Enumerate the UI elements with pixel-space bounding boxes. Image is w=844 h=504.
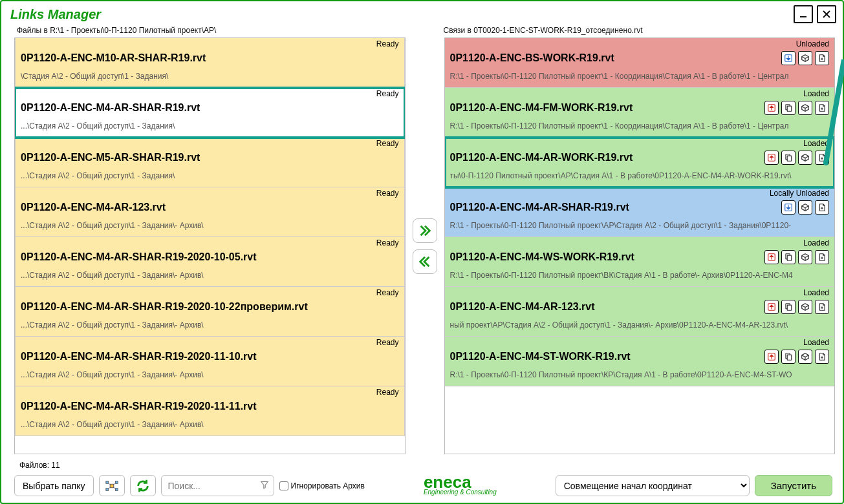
link-status: Loaded xyxy=(803,288,829,297)
file-status: Ready xyxy=(376,338,399,347)
file-row[interactable]: Ready0P1120-A-ENC-M4-AR-123.rvt...\Стади… xyxy=(15,187,405,237)
svg-rect-24 xyxy=(787,156,791,161)
copy-icon[interactable] xyxy=(781,250,795,264)
link-row[interactable]: Loaded0P1120-A-ENC-M4-AR-WORK-R19.rvtты\… xyxy=(445,138,835,187)
page-icon[interactable] xyxy=(815,51,829,65)
link-row[interactable]: Unloaded0P1120-A-ENC-BS-WORK-R19.rvtR:\1… xyxy=(445,38,835,88)
page-icon[interactable] xyxy=(815,250,829,264)
svg-line-6 xyxy=(802,57,805,59)
file-row[interactable]: Ready0P1120-A-ENC-M4-AR-SHAR-R19.rvt...\… xyxy=(15,88,405,138)
up-icon[interactable] xyxy=(764,151,779,165)
up-icon[interactable] xyxy=(764,101,779,115)
link-path: R:\1 - Проекты\0-П-1120 Пилотный проект\… xyxy=(450,221,830,230)
file-status: Ready xyxy=(376,238,399,247)
link-status: Unloaded xyxy=(796,39,829,48)
file-path: ...\Стадия А\2 - Общий доступ\1 - Задани… xyxy=(21,370,399,379)
svg-line-55 xyxy=(805,306,808,308)
file-row[interactable]: Ready0P1120-A-ENC-M4-AR-SHAR-R19-2020-11… xyxy=(15,386,405,436)
links-path-label: Связи в 0T0020-1-ENC-ST-WORK-R19_отсоеди… xyxy=(444,26,834,35)
down-icon[interactable] xyxy=(781,51,795,65)
ignore-archive-checkbox[interactable]: Игнорировать Архив xyxy=(279,481,365,490)
file-name: 0P1120-A-ENC-M4-AR-SHAR-R19-2020-11-11.r… xyxy=(21,401,399,412)
svg-line-34 xyxy=(802,206,805,208)
file-status: Ready xyxy=(376,39,399,48)
svg-line-65 xyxy=(805,355,808,357)
file-name: 0P1120-A-ENC-M4-AR-SHAR-R19.rvt xyxy=(21,102,399,114)
structure-icon-button[interactable] xyxy=(99,475,125,496)
svg-rect-42 xyxy=(787,255,791,260)
cube-icon[interactable] xyxy=(798,350,812,364)
link-status: Locally Unloaded xyxy=(770,189,829,198)
svg-line-35 xyxy=(805,206,808,208)
svg-rect-70 xyxy=(105,481,108,483)
page-icon[interactable] xyxy=(815,151,829,165)
page-icon[interactable] xyxy=(815,101,829,115)
search-input[interactable] xyxy=(161,475,274,496)
choose-folder-button[interactable]: Выбрать папку xyxy=(14,475,94,496)
svg-rect-69 xyxy=(110,484,114,488)
copy-icon[interactable] xyxy=(781,101,795,115)
file-status: Ready xyxy=(376,139,399,148)
cube-icon[interactable] xyxy=(798,200,812,215)
up-icon[interactable] xyxy=(764,300,779,314)
svg-line-54 xyxy=(802,306,805,308)
close-button[interactable] xyxy=(817,5,836,23)
cube-icon[interactable] xyxy=(798,151,812,165)
link-row[interactable]: Loaded0P1120-A-ENC-M4-ST-WORK-R19.rvtR:\… xyxy=(445,337,835,386)
file-path: ...\Стадия А\2 - Общий доступ\1 - Задани… xyxy=(21,171,399,180)
link-status: Loaded xyxy=(803,238,829,247)
copy-icon[interactable] xyxy=(781,350,795,364)
file-path: ...\Стадия А\2 - Общий доступ\1 - Задани… xyxy=(21,420,399,429)
file-row[interactable]: Ready0P1120-A-ENC-M4-AR-SHAR-R19-2020-10… xyxy=(15,237,405,287)
down-icon[interactable] xyxy=(781,200,795,215)
link-row[interactable]: Loaded0P1120-A-ENC-M4-FM-WORK-R19.rvtR:\… xyxy=(445,88,835,138)
cube-icon[interactable] xyxy=(798,300,812,314)
positioning-select[interactable]: Совмещение начал координат xyxy=(556,475,750,496)
up-icon[interactable] xyxy=(764,350,779,364)
link-row[interactable]: Loaded0P1120-A-ENC-M4-AR-123.rvtный прое… xyxy=(445,287,835,337)
file-row[interactable]: Ready0P1120-A-ENC-M4-AR-SHAR-R19-2020-11… xyxy=(15,337,405,386)
svg-line-64 xyxy=(802,355,805,357)
file-row[interactable]: Ready0P1120-A-ENC-M10-AR-SHAR-R19.rvt\Ст… xyxy=(15,38,405,88)
link-path: R:\1 - Проекты\0-П-1120 Пилотный проект\… xyxy=(450,72,830,81)
cube-icon[interactable] xyxy=(798,51,812,65)
cube-icon[interactable] xyxy=(798,250,812,264)
file-count-label: Файлов: 11 xyxy=(1,459,843,472)
page-icon[interactable] xyxy=(815,350,829,364)
file-name: 0P1120-A-ENC-M10-AR-SHAR-R19.rvt xyxy=(21,52,399,64)
up-icon[interactable] xyxy=(764,250,779,264)
file-path: ...\Стадия А\2 - Общий доступ\1 - Задани… xyxy=(21,121,399,131)
svg-line-16 xyxy=(802,107,805,109)
svg-rect-72 xyxy=(105,488,108,490)
file-path: ...\Стадия А\2 - Общий доступ\1 - Задани… xyxy=(21,271,399,280)
cube-icon[interactable] xyxy=(798,101,812,115)
filter-icon xyxy=(260,480,269,492)
svg-line-7 xyxy=(805,57,808,59)
file-row[interactable]: Ready0P1120-A-ENC-M4-AR-SHAR-R19-2020-10… xyxy=(15,287,405,337)
file-name: 0P1120-A-ENC-M5-AR-SHAR-R19.rvt xyxy=(21,152,399,163)
files-panel: Ready0P1120-A-ENC-M10-AR-SHAR-R19.rvt\Ст… xyxy=(14,37,406,454)
minimize-button[interactable] xyxy=(794,5,813,23)
run-button[interactable]: Запустить xyxy=(755,475,832,496)
move-left-button[interactable] xyxy=(413,249,437,274)
link-name: 0P1120-A-ENC-M4-AR-SHAR-R19.rvt xyxy=(450,202,830,213)
copy-icon[interactable] xyxy=(781,151,795,165)
svg-line-27 xyxy=(805,156,808,158)
page-icon[interactable] xyxy=(815,200,829,215)
move-right-button[interactable] xyxy=(413,218,437,243)
link-status: Loaded xyxy=(803,338,829,347)
link-row[interactable]: Loaded0P1120-A-ENC-M4-WS-WORK-R19.rvtR:\… xyxy=(445,237,835,287)
file-status: Ready xyxy=(376,288,399,297)
file-status: Ready xyxy=(376,189,399,198)
bottom-toolbar: Выбрать папку Игнорировать Архив eneca E… xyxy=(1,472,843,503)
svg-rect-71 xyxy=(115,481,118,483)
svg-line-45 xyxy=(805,256,808,258)
refresh-button[interactable] xyxy=(130,475,156,496)
copy-icon[interactable] xyxy=(781,300,795,314)
link-row[interactable]: Locally Unloaded0P1120-A-ENC-M4-AR-SHAR-… xyxy=(445,187,835,237)
svg-rect-14 xyxy=(787,106,791,111)
links-panel: Unloaded0P1120-A-ENC-BS-WORK-R19.rvtR:\1… xyxy=(444,37,836,454)
page-icon[interactable] xyxy=(815,300,829,314)
link-path: R:\1 - Проекты\0-П-1120 Пилотный проект\… xyxy=(450,370,830,379)
file-row[interactable]: Ready0P1120-A-ENC-M5-AR-SHAR-R19.rvt...\… xyxy=(15,138,405,187)
